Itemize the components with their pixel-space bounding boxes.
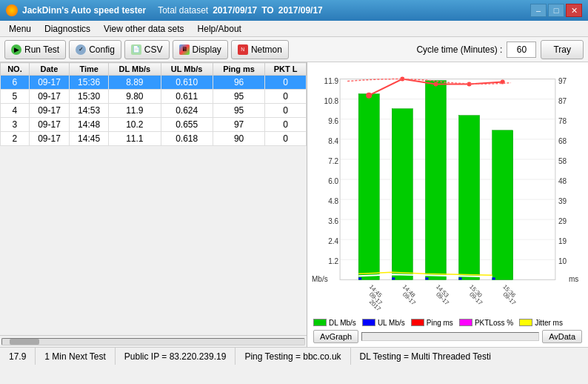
svg-text:29: 29 [558,217,567,225]
cell-pktl: 0 [265,90,307,104]
table-row[interactable]: 209-1714:4511.10.618900 [1,132,307,146]
cell-date: 09-17 [29,132,69,146]
cell-pingms: 90 [213,132,265,146]
col-time: Time [70,63,109,76]
table-scroll-area[interactable]: NO. Date Time DL Mb/s UL Mb/s Ping ms PK… [0,62,307,335]
cell-no: 4 [1,104,30,118]
table-bottom-scroll[interactable] [0,335,307,347]
svg-text:19: 19 [558,237,567,245]
legend-ping-color [411,319,424,326]
table-row[interactable]: 309-1714:4810.20.655970 [1,118,307,132]
legend-ul: UL Mb/s [362,319,405,327]
col-dl: DL Mb/s [109,63,161,76]
status-dl-label: DL Testing = Multi Threaded Testi [360,351,491,362]
legend-jitter-label: Jitter ms [535,319,563,327]
total-label: Total dataset [158,5,208,16]
cycle-label: Cycle time (Minutes) : [416,44,502,55]
close-button[interactable]: ✕ [566,4,582,17]
svg-text:10: 10 [558,257,567,265]
legend-pkt-color [459,319,472,326]
menu-item-menu[interactable]: Menu [3,21,37,36]
svg-text:78: 78 [558,117,567,125]
cell-pktl: 0 [265,76,307,90]
cell-no: 2 [1,132,30,146]
cell-ulmbs: 0.618 [161,132,213,146]
window-controls: – □ ✕ [530,4,582,17]
status-speed: 17.9 [9,351,26,362]
cycle-area: Cycle time (Minutes) : 60 Tray [416,40,584,59]
cell-pingms: 97 [213,118,265,132]
svg-rect-32 [358,94,379,280]
svg-rect-36 [425,81,446,280]
table-row[interactable]: 509-1715:309.800.611950 [1,90,307,104]
maximize-button[interactable]: □ [548,4,564,17]
svg-rect-34 [392,109,412,280]
svg-text:9.6: 9.6 [328,117,338,125]
minimize-button[interactable]: – [530,4,547,17]
run-test-button[interactable]: ▶ Run Test [4,40,66,59]
svg-text:8.4: 8.4 [328,137,338,145]
cell-ulmbs: 0.611 [161,90,213,104]
menu-bar: Menu Diagnostics View other data sets He… [0,21,588,37]
cell-dlmbs: 11.1 [109,132,161,146]
table-row[interactable]: 409-1714:5311.90.624950 [1,104,307,118]
svg-text:39: 39 [558,197,567,205]
svg-rect-38 [459,116,480,280]
svg-text:2.4: 2.4 [328,237,338,245]
col-date: Date [29,63,69,76]
svg-point-44 [433,82,438,87]
tray-button[interactable]: Tray [541,40,584,59]
cell-ulmbs: 0.655 [161,118,213,132]
display-button[interactable]: 🖥 Display [173,40,228,59]
cell-pingms: 95 [213,90,265,104]
menu-item-diagnostics[interactable]: Diagnostics [39,21,96,36]
svg-rect-41 [492,277,495,279]
col-no: NO. [1,63,30,76]
toolbar: ▶ Run Test ✓ Config 📄 CSV 🖥 Display N Ne… [0,37,588,62]
app-name: JackDinn's Auto speed tester [22,5,146,16]
chart-scroll[interactable] [361,332,539,341]
cell-no: 6 [1,76,30,90]
svg-rect-33 [358,277,361,279]
svg-text:11.9: 11.9 [324,77,339,85]
cell-pktl: 0 [265,104,307,118]
svg-rect-37 [425,277,428,279]
cell-date: 09-17 [29,104,69,118]
data-table: NO. Date Time DL Mb/s UL Mb/s Ping ms PK… [0,62,307,146]
scroll-track[interactable] [1,338,305,345]
av-data-button[interactable]: AvData [542,330,582,343]
svg-text:4.8: 4.8 [328,197,338,205]
main-content: NO. Date Time DL Mb/s UL Mb/s Ping ms PK… [0,62,588,347]
svg-text:58: 58 [558,157,567,165]
status-dl-testing: DL Testing = Multi Threaded Testi [351,348,582,365]
title-left: JackDinn's Auto speed tester Total datas… [6,4,323,16]
netmon-button[interactable]: N Netmon [231,40,289,59]
av-graph-button[interactable]: AvGraph [313,330,358,343]
cell-dlmbs: 11.9 [109,104,161,118]
cell-dlmbs: 9.80 [109,90,161,104]
status-ip-label: Public IP = 83.220.239.19 [124,351,227,362]
config-icon: ✓ [76,44,86,55]
cell-ulmbs: 0.610 [161,76,213,90]
csv-button[interactable]: 📄 CSV [124,40,170,59]
cell-pktl: 0 [265,118,307,132]
svg-point-42 [366,93,372,99]
cell-dlmbs: 8.89 [109,76,161,90]
legend-dl: DL Mb/s [313,319,356,327]
config-label: Config [89,44,115,55]
legend-dl-color [313,319,327,326]
csv-label: CSV [144,44,163,55]
svg-rect-39 [459,277,462,279]
table-row[interactable]: 609-1715:368.890.610960 [1,76,307,90]
cycle-input[interactable]: 60 [507,42,536,58]
config-button[interactable]: ✓ Config [69,40,121,59]
menu-item-view-other[interactable]: View other data sets [98,21,190,36]
cell-date: 09-17 [29,90,69,104]
svg-text:Mb/s: Mb/s [312,275,328,283]
menu-item-help[interactable]: Help/About [192,21,247,36]
chart-area: 11.9 10.8 9.6 8.4 7.2 6.0 4.8 3.6 2.4 1.… [307,62,588,347]
csv-icon: 📄 [131,44,141,55]
cell-dlmbs: 10.2 [109,118,161,132]
status-ping-label: Ping Testing = bbc.co.uk [244,351,341,362]
cell-pingms: 95 [213,104,265,118]
